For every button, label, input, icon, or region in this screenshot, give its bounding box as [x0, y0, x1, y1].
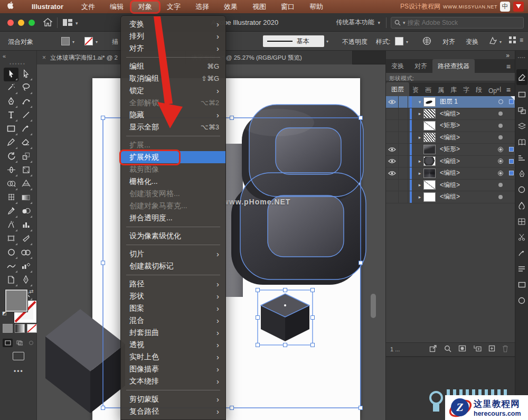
- dock-panel-icon[interactable]: [516, 263, 527, 275]
- draw-normal-button[interactable]: [3, 339, 13, 347]
- dock-panel-icon[interactable]: [516, 136, 527, 148]
- panel-tab[interactable]: 属: [435, 83, 447, 97]
- layer-row[interactable]: ▸ <编组>: [386, 191, 515, 203]
- draw-behind-button[interactable]: [14, 339, 24, 347]
- menu-item[interactable]: [121, 242, 225, 248]
- selection-indicator[interactable]: [507, 123, 515, 128]
- layers-footer-icon[interactable]: [473, 345, 482, 353]
- menubar-item[interactable]: 效果: [216, 1, 245, 13]
- target-circle-icon[interactable]: [494, 124, 507, 128]
- style-swatch[interactable]: [395, 37, 403, 45]
- chevron-down-icon[interactable]: ▾: [326, 39, 328, 44]
- menu-item[interactable]: 取消编组 ⇧⌘G: [121, 72, 225, 85]
- dock-panel-icon[interactable]: [516, 199, 527, 212]
- vertical-scrollbar[interactable]: [371, 294, 376, 318]
- menu-item[interactable]: 编组 ⌘G: [121, 60, 225, 72]
- menu-item[interactable]: 实时上色 ›: [121, 351, 225, 363]
- tool-button[interactable]: [18, 164, 33, 178]
- expand-chevron-icon[interactable]: ▾: [412, 99, 423, 105]
- layer-thumbnail[interactable]: [423, 192, 436, 202]
- panel-tab[interactable]: 字: [460, 83, 473, 97]
- panel-tab[interactable]: 资: [409, 83, 422, 97]
- expand-chevron-icon[interactable]: ▸: [412, 194, 423, 200]
- stroke-style-dropdown[interactable]: 基本: [263, 35, 324, 47]
- dock-panel-icon[interactable]: [516, 152, 527, 164]
- layer-row[interactable]: ▸ <编组>: [386, 156, 515, 168]
- dock-panel-icon[interactable]: [516, 69, 527, 85]
- layer-name[interactable]: <编组>: [440, 133, 494, 142]
- collapse-panel-icon[interactable]: «: [3, 53, 6, 59]
- visibility-eye-icon[interactable]: [386, 180, 399, 191]
- selection-indicator[interactable]: [507, 111, 515, 116]
- layers-footer-icon[interactable]: [458, 345, 466, 353]
- visibility-eye-icon[interactable]: [386, 191, 399, 203]
- fill-color-swatch[interactable]: [61, 37, 70, 45]
- dock-panel-icon[interactable]: [516, 183, 527, 196]
- menu-item[interactable]: [121, 224, 225, 230]
- align-options-icon[interactable]: [509, 36, 516, 45]
- menu-item[interactable]: 剪切蒙版 ›: [121, 393, 225, 405]
- menu-item[interactable]: 创建渐变网格...: [121, 188, 225, 200]
- tool-button[interactable]: [4, 81, 18, 95]
- tool-button[interactable]: [4, 205, 18, 219]
- expand-chevron-icon[interactable]: ▸: [412, 111, 423, 116]
- tool-button[interactable]: [18, 205, 33, 219]
- swap-fill-stroke-icon[interactable]: ⇄: [29, 288, 33, 294]
- workspace-switcher[interactable]: 传统基本功能▾: [336, 18, 380, 27]
- expand-chevron-icon[interactable]: ▸: [412, 135, 423, 140]
- menu-item[interactable]: 显示全部 ⌥⌘3: [121, 121, 225, 133]
- layer-name[interactable]: <矩形>: [440, 121, 494, 130]
- layer-row[interactable]: ▸ <编组>: [386, 132, 515, 144]
- visibility-eye-icon[interactable]: [386, 144, 399, 155]
- menu-item[interactable]: 切片 ›: [121, 248, 225, 260]
- layer-thumbnail[interactable]: [423, 180, 436, 190]
- visibility-eye-icon[interactable]: [386, 120, 399, 132]
- tool-button[interactable]: [4, 246, 18, 260]
- tool-button[interactable]: [18, 150, 33, 164]
- more-panels-icon[interactable]: »|: [496, 86, 501, 92]
- lock-column[interactable]: [399, 180, 408, 191]
- layer-thumbnail[interactable]: [423, 97, 436, 107]
- dock-grip[interactable]: ••••: [517, 55, 525, 60]
- target-circle-icon[interactable]: [494, 183, 507, 187]
- ime-indicator[interactable]: 中: [500, 2, 510, 12]
- chevron-down-icon[interactable]: ▾: [72, 40, 74, 44]
- dock-panel-icon[interactable]: [516, 231, 527, 244]
- default-fill-stroke-icon[interactable]: ◩: [2, 311, 7, 316]
- tool-button[interactable]: [4, 68, 18, 81]
- panel-tab[interactable]: 路径查找器: [432, 59, 475, 74]
- tool-button[interactable]: [4, 274, 18, 287]
- menubar-item[interactable]: 帮助: [302, 1, 331, 13]
- lock-column[interactable]: [399, 120, 408, 132]
- panel-tab[interactable]: 对齐: [409, 59, 432, 74]
- minimize-window-button[interactable]: [18, 20, 24, 26]
- menu-item[interactable]: 全部解锁 ⌥⌘2: [121, 97, 225, 109]
- tool-button[interactable]: [4, 150, 18, 164]
- tool-button[interactable]: [18, 232, 33, 246]
- tool-button[interactable]: [4, 164, 18, 178]
- target-circle-icon[interactable]: [494, 111, 507, 116]
- target-circle-icon[interactable]: [494, 158, 507, 164]
- layer-row[interactable]: ▾ 图层 1: [386, 96, 515, 108]
- edit-toolbar-icon[interactable]: •••: [14, 368, 24, 375]
- apple-menu-icon[interactable]: [7, 2, 15, 12]
- menu-item[interactable]: 排列 ›: [121, 30, 225, 42]
- menu-item[interactable]: [121, 133, 225, 139]
- lock-column[interactable]: [399, 132, 408, 144]
- none-mode-button[interactable]: [27, 324, 37, 333]
- panel-tab[interactable]: 段: [473, 83, 485, 97]
- target-circle-icon[interactable]: [494, 135, 507, 139]
- menubar-item[interactable]: 选择: [188, 1, 216, 13]
- arrange-documents-icon[interactable]: [62, 18, 73, 29]
- tool-button[interactable]: [18, 260, 33, 274]
- menubar-item[interactable]: 窗口: [274, 1, 302, 13]
- dock-panel-icon[interactable]: [516, 104, 527, 117]
- layer-thumbnail[interactable]: [423, 109, 436, 118]
- layer-thumbnail[interactable]: [423, 156, 436, 166]
- dock-panel-icon[interactable]: [516, 120, 527, 133]
- panel-menu-icon[interactable]: ≡: [506, 62, 511, 71]
- dock-panel-icon[interactable]: [516, 215, 527, 228]
- tool-button[interactable]: [4, 232, 18, 246]
- menu-item[interactable]: [121, 272, 225, 278]
- panel-tab[interactable]: 图层: [386, 82, 409, 97]
